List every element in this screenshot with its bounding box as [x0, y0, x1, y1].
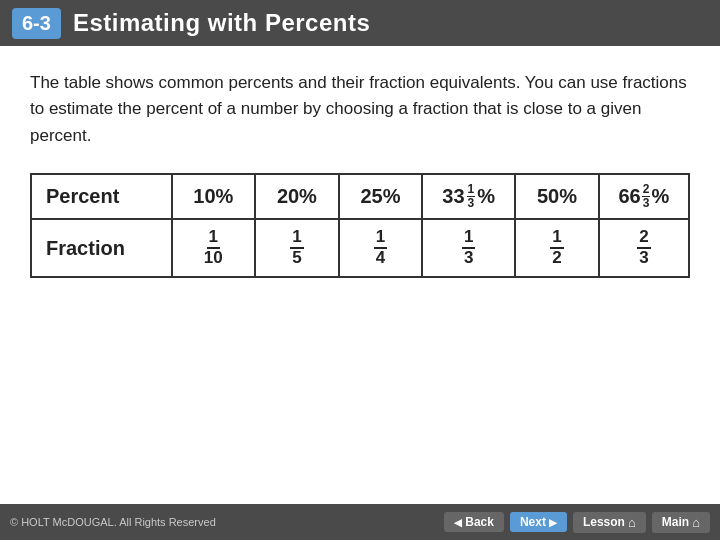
table-cell-20pct: 20% — [255, 174, 339, 219]
table-cell-frac-50: 1 2 — [515, 219, 599, 276]
mixed-percent-66: 66 2 3 % — [619, 183, 670, 210]
fraction-label: Fraction — [31, 219, 172, 276]
table-cell-66pct: 66 2 3 % — [599, 174, 689, 219]
next-button[interactable]: Next — [510, 512, 567, 532]
lesson-button[interactable]: Lesson — [573, 512, 646, 533]
table-cell-33pct: 33 1 3 % — [422, 174, 515, 219]
intro-text: The table shows common percents and thei… — [30, 70, 690, 149]
fraction-table: Percent 10% 20% 25% 33 1 3 % 50% — [30, 173, 690, 278]
back-button[interactable]: Back — [444, 512, 504, 532]
lesson-home-icon — [628, 515, 636, 530]
table-cell-50pct: 50% — [515, 174, 599, 219]
back-arrow-icon — [454, 515, 462, 529]
table-cell-frac-20: 1 5 — [255, 219, 339, 276]
table-row-fraction: Fraction 1 10 1 5 1 4 — [31, 219, 689, 276]
footer: © HOLT McDOUGAL. All Rights Reserved Bac… — [0, 504, 720, 540]
table-cell-frac-66: 2 3 — [599, 219, 689, 276]
table-cell-10pct: 10% — [172, 174, 256, 219]
copyright: © HOLT McDOUGAL. All Rights Reserved — [10, 516, 216, 528]
lesson-badge: 6-3 — [12, 8, 61, 39]
table-cell-frac-10: 1 10 — [172, 219, 256, 276]
main-button[interactable]: Main — [652, 512, 710, 533]
percent-label: Percent — [31, 174, 172, 219]
table-cell-frac-25: 1 4 — [339, 219, 423, 276]
main-content: The table shows common percents and thei… — [0, 46, 720, 294]
footer-nav: Back Next Lesson Main — [444, 512, 710, 533]
table-cell-frac-33: 1 3 — [422, 219, 515, 276]
mixed-percent-33: 33 1 3 % — [442, 183, 495, 210]
table-row-percent: Percent 10% 20% 25% 33 1 3 % 50% — [31, 174, 689, 219]
table-cell-25pct: 25% — [339, 174, 423, 219]
next-arrow-icon — [549, 515, 557, 529]
main-home-icon — [692, 515, 700, 530]
header-title: Estimating with Percents — [73, 9, 370, 37]
header: 6-3 Estimating with Percents — [0, 0, 720, 46]
